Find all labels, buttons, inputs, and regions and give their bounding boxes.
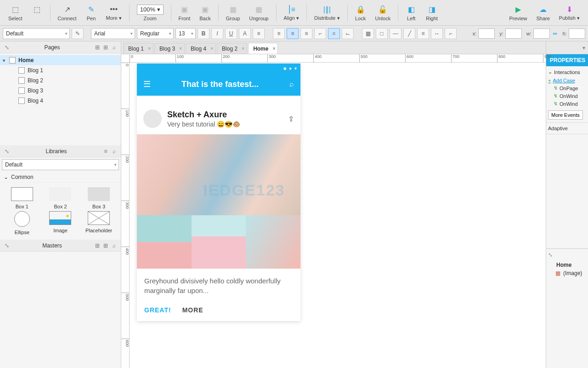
event-item[interactable]: ↯OnWind [548,92,586,100]
main-toolbar: ⬚Select ⬚. ↗Connect ✎Pen •••More ▾ 100% … [0,0,588,26]
more-tool[interactable]: •••More ▾ [102,3,126,22]
lock-button[interactable]: 🔒Lock [351,4,371,22]
collapse-icon[interactable]: ⤡ [3,43,11,52]
card-action-more[interactable]: MORE [182,306,204,314]
canvas[interactable]: ■●▾ ☰ That is the fastest... ⌕ Sketch + … [130,63,546,368]
border-button[interactable]: □ [376,28,388,39]
collapse-icon[interactable]: ⤡ [3,242,11,250]
line-width-button[interactable]: — [390,28,401,39]
valign-mid-button[interactable]: = [328,28,340,39]
link-wh-icon[interactable]: ⇔ [553,30,557,37]
add-master-icon[interactable]: ⊞ [102,242,110,250]
card-action-great[interactable]: GREAT! [144,306,171,314]
search-icon[interactable]: ⌕ [110,147,118,155]
select-tool[interactable]: ⬚Select [4,4,27,22]
align-left-button[interactable]: ≡ [273,28,285,39]
collapse-icon[interactable]: ⤡ [548,252,586,258]
dock-left-button[interactable]: ◧Left [401,4,421,22]
outline-item[interactable]: ▦(Image) [548,269,586,277]
unlock-button[interactable]: 🔓Unlock [371,4,396,22]
document-tab[interactable]: Home× [248,43,278,54]
library-select[interactable]: Default [2,159,119,170]
library-item[interactable]: Placeholder [80,211,117,235]
rect-select-icon[interactable]: ⬚. [27,4,47,22]
dock-right-button[interactable]: ◨Right [421,4,442,22]
pen-tool[interactable]: ✎Pen [81,4,102,22]
hamburger-icon[interactable]: ☰ [143,79,151,89]
close-icon[interactable]: × [179,46,182,51]
back-button[interactable]: ▣Back [195,4,215,22]
align-center-button[interactable]: ≡ [287,28,299,39]
corner-button[interactable]: ⌐ [445,28,457,39]
page-row[interactable]: Blog 1 [0,65,121,75]
close-icon[interactable]: × [273,46,276,51]
cursor-icon: ⬚ [10,5,21,15]
add-folder-icon[interactable]: ⊞ [93,242,102,250]
event-item[interactable]: ↯OnWind [548,100,586,108]
library-item[interactable]: Box 1 [4,187,40,209]
document-tab[interactable]: Blog 4× [186,43,216,54]
page-row[interactable]: Blog 3 [0,86,121,96]
text-color-button[interactable]: A [239,28,251,39]
collapse-icon[interactable]: ⤡ [3,147,11,155]
library-item[interactable]: Ellipse [4,211,40,235]
page-row[interactable]: Blog 4 [0,96,121,106]
add-page-icon[interactable]: ⊞ [102,43,110,52]
h-input[interactable] [569,29,585,39]
y-input[interactable] [505,29,522,39]
adaptive-section[interactable]: Adaptive [546,123,588,134]
front-button[interactable]: ▣Front [174,4,195,22]
add-case-link[interactable]: +Add Case [548,77,586,84]
line-button[interactable]: ╱ [403,28,415,39]
document-tab[interactable]: Blog 1× [123,43,153,54]
line-style-button[interactable]: ≡ [417,28,429,39]
connect-tool[interactable]: ↗Connect [53,4,81,22]
fill-button[interactable]: ▦ [362,28,374,39]
weight-select[interactable]: Regular [137,28,174,39]
more-events-button[interactable]: More Events [548,110,583,120]
menu-icon[interactable]: ≡ [102,147,110,155]
outline-page[interactable]: Home [548,261,586,269]
add-folder-icon[interactable]: ⊞ [93,43,102,52]
w-input[interactable] [533,29,550,39]
document-tab[interactable]: Blog 3× [154,43,185,54]
zoom-control[interactable]: 100% ▾Zoom [132,4,168,22]
ungroup-button[interactable]: ▦Ungroup [244,4,273,22]
search-icon[interactable]: ⌕ [289,80,294,88]
library-item[interactable]: ●Image [42,211,79,235]
document-tab[interactable]: Blog 2× [217,43,247,54]
valign-top-button[interactable]: ⌐ [314,28,326,39]
library-item[interactable]: Box 2 [42,187,79,209]
align-right-button[interactable]: ≡ [300,28,312,39]
close-icon[interactable]: × [210,46,213,51]
interactions-section[interactable]: ⌄Interactions [548,69,586,75]
library-section[interactable]: ⌄Common [0,172,121,183]
italic-button[interactable]: I [211,28,223,39]
preview-button[interactable]: ▶Preview [504,4,531,22]
distribute-button[interactable]: |∥|Distribute ▾ [310,3,345,22]
close-icon[interactable]: × [242,46,244,51]
font-select[interactable]: Arial [91,28,135,39]
arrow-button[interactable]: ↔ [431,28,443,39]
publish-button[interactable]: ⬇Publish ▾ [554,3,584,22]
align-button[interactable]: ⎮≡Align ▾ [279,3,304,22]
share-icon[interactable]: ⇪ [288,115,294,123]
page-row[interactable]: Blog 2 [0,75,121,86]
underline-button[interactable]: U [225,28,237,39]
valign-bot-button[interactable]: ⌙ [342,28,354,39]
x-input[interactable] [478,29,495,39]
style-select[interactable]: Default [3,28,70,39]
line-spacing-button[interactable]: ≡ [253,28,265,39]
size-select[interactable]: 13 [175,28,196,39]
close-icon[interactable]: × [148,46,151,51]
event-item[interactable]: ↯OnPage [548,84,586,92]
page-row[interactable]: ▾Home [0,55,121,65]
group-button[interactable]: ▦Group [221,4,245,22]
bold-button[interactable]: B [198,28,209,39]
search-icon[interactable]: ⌕ [110,43,118,52]
share-button[interactable]: ☁Share [532,4,554,22]
search-icon[interactable]: ⌕ [110,242,118,250]
paint-icon[interactable]: ✎ [72,28,84,39]
mockup-artboard[interactable]: ■●▾ ☰ That is the fastest... ⌕ Sketch + … [137,63,300,321]
library-item[interactable]: Box 3 [80,187,117,209]
